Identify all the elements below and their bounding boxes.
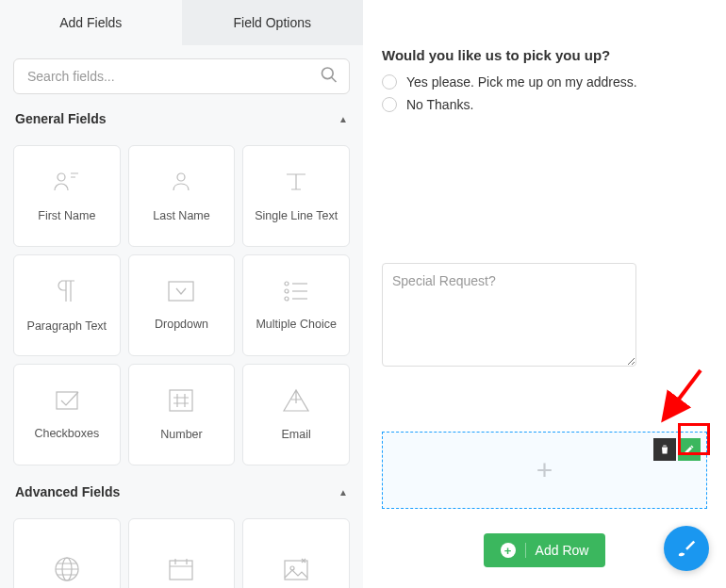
caret-up-icon: ▲ — [338, 487, 348, 498]
field-card[interactable]: Paragraph Text — [13, 254, 121, 356]
field-card[interactable] — [128, 518, 236, 588]
svg-rect-13 — [285, 561, 307, 580]
field-card[interactable]: Dropdown — [128, 254, 236, 356]
caret-up-icon: ▲ — [338, 114, 348, 124]
special-request-textarea[interactable] — [382, 263, 636, 367]
svg-point-2 — [58, 173, 65, 181]
radio-option[interactable]: Yes please. Pick me up on my address. — [382, 74, 707, 90]
section-general-fields[interactable]: General Fields ▲ — [0, 102, 363, 136]
field-label: Paragraph Text — [27, 319, 107, 333]
arrow-annotation — [649, 366, 715, 432]
field-card[interactable]: Single Line Text — [242, 145, 350, 247]
field-label: Checkboxes — [34, 427, 99, 440]
field-label: Number — [160, 428, 202, 441]
tab-field-options[interactable]: Field Options — [182, 0, 364, 45]
field-card[interactable]: Last Name — [128, 145, 236, 247]
section-title: Advanced Fields — [15, 484, 120, 499]
pencil-icon — [684, 444, 695, 455]
svg-line-1 — [332, 77, 337, 82]
svg-point-0 — [322, 68, 334, 79]
field-label: Dropdown — [155, 318, 208, 331]
svg-rect-12 — [170, 561, 192, 580]
plus-circle-icon: + — [501, 543, 516, 558]
section-advanced-fields[interactable]: Advanced Fields ▲ — [0, 475, 363, 509]
trash-icon — [659, 444, 670, 455]
radio-label: No Thanks. — [406, 97, 473, 112]
add-row-label: Add Row — [536, 543, 589, 558]
field-label: Single Line Text — [255, 209, 338, 222]
dropzone-row[interactable]: + — [382, 432, 707, 509]
section-title: General Fields — [15, 111, 106, 126]
plus-icon: + — [536, 454, 553, 486]
field-card[interactable]: First Name — [13, 145, 121, 247]
svg-rect-9 — [170, 390, 192, 411]
edit-row-button[interactable] — [678, 438, 701, 461]
field-label: Last Name — [153, 209, 209, 222]
delete-row-button[interactable] — [653, 438, 676, 461]
field-label: Multiple Choice — [256, 318, 336, 331]
search-icon — [320, 66, 338, 88]
tab-add-fields[interactable]: Add Fields — [0, 0, 182, 45]
add-row-button[interactable]: + Add Row — [484, 533, 606, 567]
field-card[interactable]: Multiple Choice — [242, 254, 350, 356]
question-label: Would you like us to pick you up? — [382, 47, 707, 63]
brush-icon — [676, 538, 697, 559]
field-label: First Name — [38, 209, 95, 222]
field-card[interactable]: Checkboxes — [13, 364, 121, 466]
radio-icon — [382, 97, 397, 112]
divider — [525, 543, 526, 558]
svg-point-3 — [177, 173, 185, 181]
field-card[interactable] — [13, 518, 121, 588]
field-card[interactable]: Email — [242, 364, 350, 466]
svg-point-5 — [285, 282, 289, 286]
radio-icon — [382, 74, 397, 90]
radio-label: Yes please. Pick me up on my address. — [406, 74, 637, 90]
search-input[interactable] — [13, 58, 350, 94]
fab-button[interactable] — [664, 526, 709, 571]
svg-point-6 — [285, 289, 289, 293]
svg-rect-4 — [169, 282, 193, 301]
field-card[interactable]: Number — [128, 364, 236, 466]
field-label: Email — [282, 428, 311, 441]
svg-point-7 — [285, 297, 289, 301]
field-card[interactable] — [242, 518, 350, 588]
svg-rect-8 — [57, 392, 77, 409]
svg-line-16 — [666, 370, 701, 416]
radio-option[interactable]: No Thanks. — [382, 97, 707, 112]
